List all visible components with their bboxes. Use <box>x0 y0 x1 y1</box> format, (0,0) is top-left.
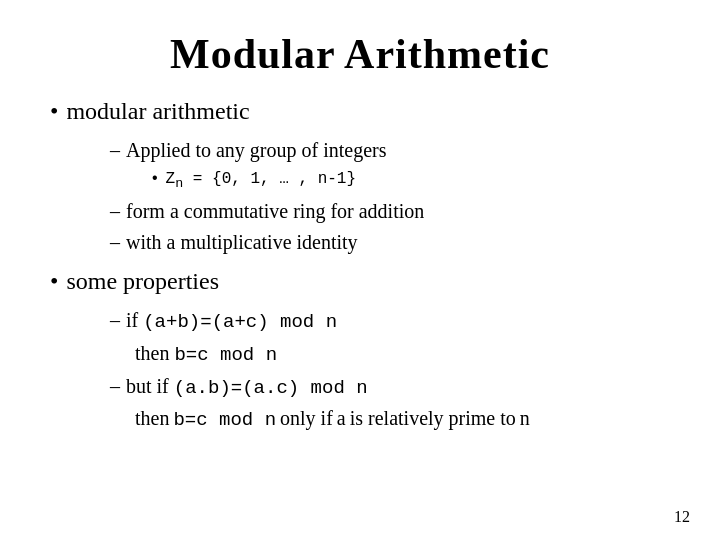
sub-bullet-1-2: – form a commutative ring for addition <box>50 198 670 225</box>
page-number: 12 <box>674 508 690 526</box>
then-label-2: then <box>135 405 169 432</box>
a-label: a <box>337 405 346 432</box>
sub-bullet-1-1: – Applied to any group of integers <box>50 137 670 164</box>
is-relatively-prime-text: is relatively prime to <box>350 405 516 432</box>
bullet-dot-1: • <box>50 96 58 127</box>
bullet-1: • modular arithmetic <box>50 96 670 127</box>
if-label-2: if <box>157 375 169 397</box>
zn-text: Zn = {0, 1, … , n-1} <box>166 168 356 194</box>
if-code-1: (a+b)=(a+c) mod n <box>143 311 337 333</box>
sub-bullet-1-3-text: with a multiplicative identity <box>126 229 358 256</box>
then-code-2: b=c mod n <box>173 408 276 434</box>
dash-2-2: – <box>110 373 120 400</box>
sub-bullet-1-2-text: form a commutative ring for addition <box>126 198 424 225</box>
bullet-dot-zn: • <box>150 168 160 190</box>
sub-bullet-2-2-text: but if (a.b)=(a.c) mod n <box>126 373 368 402</box>
n-label: n <box>520 405 530 432</box>
only-if-label: only if <box>280 405 333 432</box>
if-code-2: (a.b)=(a.c) mod n <box>174 377 368 399</box>
dash-1-1: – <box>110 137 120 164</box>
bullet-dot-2: • <box>50 266 58 297</box>
then-line-1: then b=c mod n <box>50 340 670 369</box>
sub-bullet-2-1-text: if (a+b)=(a+c) mod n <box>126 307 337 336</box>
then-line-2: then b=c mod n only if a is relatively p… <box>50 405 670 434</box>
dash-1-3: – <box>110 229 120 256</box>
sub-bullet-1-1-text: Applied to any group of integers <box>126 137 387 164</box>
but-label: but <box>126 375 152 397</box>
sub-bullet-2-2: – but if (a.b)=(a.c) mod n <box>50 373 670 402</box>
slide: Modular Arithmetic • modular arithmetic … <box>0 0 720 540</box>
bullet-2-text: some properties <box>66 266 219 297</box>
dash-1-2: – <box>110 198 120 225</box>
slide-title: Modular Arithmetic <box>50 30 670 78</box>
sub-bullet-2-1: – if (a+b)=(a+c) mod n <box>50 307 670 336</box>
dash-2-1: – <box>110 307 120 334</box>
sub-bullet-1-3: – with a multiplicative identity <box>50 229 670 256</box>
then-label-1: then <box>135 342 169 364</box>
if-label-1: if <box>126 309 138 331</box>
sub-sub-bullet-zn: • Zn = {0, 1, … , n-1} <box>50 168 670 194</box>
bullet-2: • some properties <box>50 266 670 297</box>
bullet-1-text: modular arithmetic <box>66 96 249 127</box>
then-code-1: b=c mod n <box>174 344 277 366</box>
